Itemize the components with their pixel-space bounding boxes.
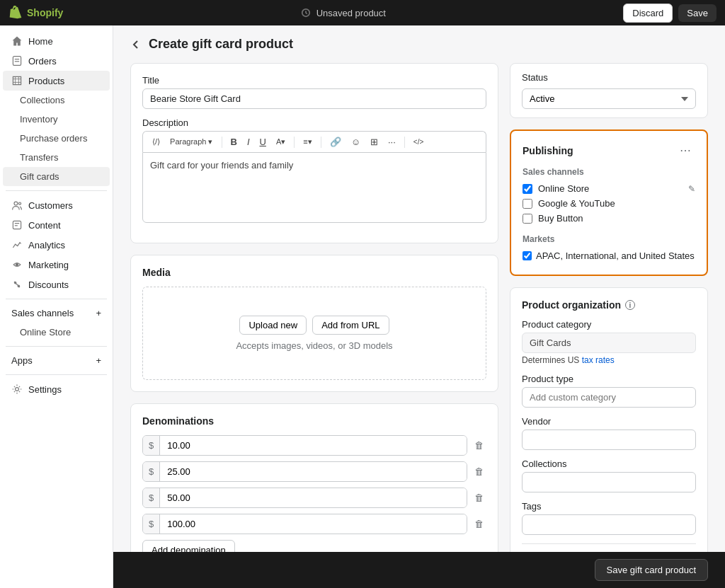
sidebar-divider-3 [6, 346, 107, 347]
collections-field-group: Collections [522, 459, 696, 492]
save-gift-card-button[interactable]: Save gift card product [595, 559, 708, 581]
product-type-input[interactable] [522, 387, 696, 408]
markets-row: APAC, International, and United States [523, 248, 695, 263]
topbar-left: Shopify [8, 6, 63, 20]
shopify-logo-text: Shopify [27, 7, 63, 18]
channel-checkbox-google-youtube[interactable] [523, 199, 532, 209]
save-button[interactable]: Save [678, 4, 717, 22]
sidebar-item-marketing[interactable]: Marketing [3, 255, 110, 275]
sidebar-customers-label: Customers [28, 200, 73, 211]
markets-checkbox[interactable] [523, 251, 532, 260]
tax-rates-link[interactable]: tax rates [582, 355, 615, 365]
toolbar-sep-3 [321, 137, 321, 148]
sidebar-apps-header[interactable]: Apps + [3, 351, 110, 370]
denomination-delete-2[interactable]: 🗑 [472, 490, 486, 506]
media-hint: Accepts images, videos, or 3D models [171, 340, 457, 351]
sidebar-item-settings[interactable]: Settings [3, 379, 110, 399]
media-title: Media [142, 267, 486, 278]
sidebar-sales-channels-header[interactable]: Sales channels + [3, 304, 110, 323]
sidebar-content-label: Content [28, 220, 61, 231]
shopify-logo: Shopify [8, 6, 63, 20]
online-store-edit-icon[interactable]: ✎ [688, 184, 695, 194]
toolbar-color-btn[interactable]: A▾ [273, 135, 289, 149]
sidebar-item-discounts[interactable]: Discounts [3, 275, 110, 294]
channel-row-buy-button: Buy Button [523, 211, 695, 226]
publishing-menu-button[interactable]: ⋯ [675, 142, 695, 158]
bottom-bar: Save gift card product [113, 552, 725, 588]
denomination-input-2[interactable] [160, 488, 467, 507]
toolbar-table-btn[interactable]: ⊞ [367, 134, 382, 149]
sidebar-item-content[interactable]: Content [3, 215, 110, 235]
sidebar-collections-label: Collections [20, 95, 65, 105]
discard-button[interactable]: Discard [623, 4, 673, 23]
sidebar: Home Orders Products Collections Invento… [0, 25, 113, 588]
sidebar-discounts-label: Discounts [28, 279, 69, 290]
sidebar-item-purchase-orders[interactable]: Purchase orders [3, 129, 110, 148]
denomination-delete-1[interactable]: 🗑 [472, 463, 486, 480]
description-editor[interactable]: Gift card for your friends and family [142, 152, 486, 223]
back-button[interactable] [130, 39, 142, 50]
title-input[interactable] [142, 88, 486, 109]
sidebar-analytics-label: Analytics [28, 240, 65, 250]
toolbar-emoji-btn[interactable]: ☺ [348, 134, 364, 149]
category-input[interactable] [522, 333, 696, 353]
publishing-header: Publishing ⋯ [523, 142, 695, 158]
org-info-icon[interactable]: i [625, 300, 635, 310]
sidebar-item-collections[interactable]: Collections [3, 91, 110, 110]
sidebar-purchase-orders-label: Purchase orders [20, 133, 87, 144]
sidebar-divider-4 [6, 374, 107, 375]
channel-checkbox-online-store[interactable] [523, 184, 532, 194]
add-from-url-button[interactable]: Add from URL [312, 316, 389, 335]
vendor-label: Vendor [522, 416, 696, 427]
tags-input[interactable] [522, 514, 696, 535]
denomination-delete-0[interactable]: 🗑 [472, 437, 486, 454]
denomination-row-1: $ 🗑 [142, 461, 486, 482]
channel-checkbox-buy-button[interactable] [523, 214, 532, 224]
denomination-input-1[interactable] [160, 462, 467, 481]
sidebar-item-home[interactable]: Home [3, 31, 110, 51]
vendor-input[interactable] [522, 430, 696, 450]
sidebar-item-products[interactable]: Products [3, 71, 110, 91]
sidebar-sales-channels-label: Sales channels [11, 308, 74, 318]
tags-label: Tags [522, 501, 696, 512]
right-column: Status Active Draft Publishing ⋯ Sales c… [510, 63, 708, 588]
sidebar-orders-label: Orders [28, 56, 57, 67]
status-select[interactable]: Active Draft [522, 88, 696, 109]
denomination-delete-3[interactable]: 🗑 [472, 516, 486, 532]
channel-label-buy-button: Buy Button [538, 213, 583, 224]
topbar: Shopify Unsaved product Discard Save [0, 0, 725, 25]
sidebar-item-customers[interactable]: Customers [3, 195, 110, 215]
org-divider [522, 543, 696, 544]
toolbar-paragraph-btn[interactable]: Paragraph ▾ [166, 135, 216, 149]
toolbar-bold-btn[interactable]: B [227, 134, 241, 149]
denomination-prefix-3: $ [142, 514, 467, 534]
sidebar-item-inventory[interactable]: Inventory [3, 110, 110, 129]
status-label: Status [522, 72, 696, 83]
collections-input[interactable] [522, 472, 696, 492]
toolbar-source-btn[interactable]: ⟨/⟩ [149, 135, 164, 149]
markets-subtitle: Markets [523, 234, 695, 244]
toolbar-sep-1 [222, 137, 222, 148]
upload-new-button[interactable]: Upload new [239, 316, 307, 335]
sidebar-item-online-store[interactable]: Online Store [3, 323, 110, 342]
category-label: Product category [522, 319, 696, 330]
sidebar-item-analytics[interactable]: Analytics [3, 235, 110, 255]
toolbar-underline-btn[interactable]: U [256, 134, 270, 149]
toolbar-align-btn[interactable]: ≡▾ [299, 135, 315, 149]
denomination-symbol-1: $ [143, 462, 160, 481]
toolbar-link-btn[interactable]: 🔗 [326, 134, 345, 149]
channel-label-google-youtube: Google & YouTube [538, 198, 615, 209]
media-upload-buttons: Upload new Add from URL [171, 316, 457, 335]
toolbar-html-btn[interactable]: </> [410, 136, 427, 148]
sidebar-item-orders[interactable]: Orders [3, 51, 110, 71]
denomination-input-3[interactable] [160, 514, 467, 534]
sidebar-gift-cards-label: Gift cards [20, 171, 59, 182]
sidebar-item-transfers[interactable]: Transfers [3, 148, 110, 167]
sidebar-item-gift-cards[interactable]: Gift cards [3, 167, 110, 186]
product-type-field-group: Product type [522, 374, 696, 408]
channel-row-google-youtube: Google & YouTube [523, 196, 695, 211]
toolbar-more-btn[interactable]: ··· [384, 134, 399, 149]
sidebar-settings-label: Settings [28, 384, 62, 395]
toolbar-italic-btn[interactable]: I [244, 134, 253, 149]
denomination-input-0[interactable] [160, 436, 467, 455]
